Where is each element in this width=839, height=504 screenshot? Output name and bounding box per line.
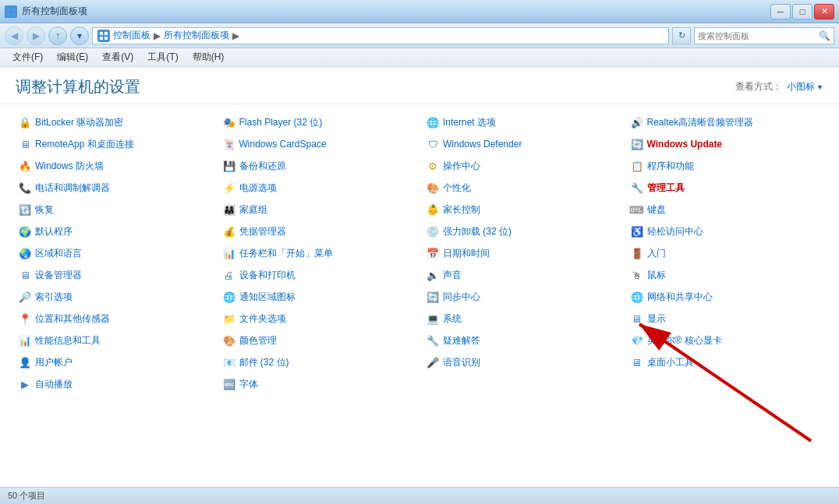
list-item[interactable]: 🎤语音识别	[423, 352, 620, 372]
list-item[interactable]: 🔧管理工具	[628, 178, 824, 198]
window-title: 所有控制面板项	[22, 5, 87, 18]
list-item[interactable]: 🖥设备管理器	[16, 265, 212, 285]
item-icon: ⚡	[223, 182, 235, 194]
list-item[interactable]: 🔒BitLocker 驱动器加密	[16, 112, 212, 132]
list-item[interactable]: 💻系统	[423, 308, 620, 329]
path-allitems[interactable]: 所有控制面板项	[164, 29, 229, 42]
list-item[interactable]: 🎨个性化	[423, 178, 620, 198]
list-item[interactable]: 🛡Windows Defender	[423, 134, 620, 154]
list-item[interactable]: 💎英特尔® 核心显卡	[628, 330, 824, 351]
list-item[interactable]: ▶自动播放	[16, 374, 212, 394]
address-bar: ◀ ▶ ↑ ▾ 控制面板 ▶ 所有控制面板项 ▶ ↻ 🔍	[0, 23, 839, 48]
list-item[interactable]: 📁文件夹选项	[220, 308, 416, 329]
item-label: 恢复	[35, 203, 54, 217]
search-input[interactable]	[698, 31, 819, 41]
item-label: 程序和功能	[647, 160, 694, 173]
item-label: 自动播放	[35, 378, 73, 391]
list-item[interactable]: 🖥显示	[628, 308, 824, 329]
list-item[interactable]: 🎨颜色管理	[220, 330, 416, 351]
list-item[interactable]: 📞电话和调制解调器	[16, 178, 212, 198]
menu-view[interactable]: 查看(V)	[96, 49, 140, 65]
svg-rect-6	[100, 37, 103, 40]
window-controls: ─ □ ✕	[770, 4, 834, 19]
list-item[interactable]: 🖥RemoteApp 和桌面连接	[16, 134, 212, 154]
items-grid: 🔒BitLocker 驱动器加密🎭Flash Player (32 位)🌐Int…	[0, 104, 839, 487]
refresh-button[interactable]: ↻	[672, 27, 691, 44]
maximize-button[interactable]: □	[792, 4, 812, 19]
item-label: 家长控制	[443, 203, 480, 217]
recent-button[interactable]: ▾	[70, 26, 89, 45]
list-item[interactable]: 🌐网络和共享中心	[628, 287, 824, 307]
view-dropdown[interactable]: 小图标 ▼	[787, 80, 823, 93]
list-item[interactable]: 💰凭据管理器	[220, 221, 416, 241]
close-button[interactable]: ✕	[814, 4, 834, 19]
list-item[interactable]: 👤用户帐户	[16, 352, 212, 372]
list-item[interactable]: 📊任务栏和「开始」菜单	[220, 243, 416, 263]
list-item[interactable]: 🌐通知区域图标	[220, 287, 416, 307]
page-title: 调整计算机的设置	[16, 76, 140, 97]
list-item[interactable]: 🔃恢复	[16, 199, 212, 220]
item-label: 管理工具	[647, 182, 685, 195]
list-item[interactable]: 🌏区域和语言	[16, 243, 212, 263]
menu-help[interactable]: 帮助(H)	[186, 49, 231, 65]
list-item[interactable]: 📋程序和功能	[628, 156, 824, 176]
list-item[interactable]: ⚡电源选项	[220, 178, 416, 198]
list-item[interactable]: 🃏Windows CardSpace	[220, 134, 416, 154]
list-item[interactable]: 🌍默认程序	[16, 221, 212, 241]
list-item[interactable]: 📅日期和时间	[423, 243, 620, 263]
view-current: 小图标	[787, 80, 815, 93]
list-item[interactable]: 🔎索引选项	[16, 287, 212, 307]
item-icon: ▶	[19, 378, 31, 390]
status-bar: 50 个项目	[0, 487, 839, 504]
list-item[interactable]: 🔈声音	[423, 265, 620, 285]
minimize-button[interactable]: ─	[770, 4, 791, 19]
back-button[interactable]: ◀	[5, 26, 23, 45]
list-item[interactable]: 🖥桌面小工具	[628, 352, 824, 372]
item-icon: 🖥	[19, 269, 31, 281]
list-item[interactable]: ♿轻松访问中心	[628, 221, 824, 241]
list-item[interactable]: 📊性能信息和工具	[16, 330, 212, 351]
path-controlpanel[interactable]: 控制面板	[113, 29, 150, 42]
up-button[interactable]: ↑	[48, 26, 67, 45]
list-item[interactable]: 📍位置和其他传感器	[16, 308, 212, 329]
item-icon: 🔃	[19, 203, 31, 216]
list-item[interactable]: 🔥Windows 防火墙	[16, 156, 212, 176]
view-options: 查看方式： 小图标 ▼	[735, 80, 823, 93]
list-item[interactable]: 🔊Realtek高清晰音频管理器	[628, 112, 824, 132]
item-icon: 👨‍👩‍👧	[223, 203, 235, 216]
list-item[interactable]: 🔄同步中心	[423, 287, 620, 307]
forward-button[interactable]: ▶	[27, 26, 45, 45]
list-item[interactable]: 🔤字体	[220, 374, 416, 394]
list-item[interactable]: 🖱鼠标	[628, 265, 824, 285]
item-label: 同步中心	[443, 291, 480, 304]
menu-bar: 文件(F) 编辑(E) 查看(V) 工具(T) 帮助(H)	[0, 48, 839, 67]
item-icon: 🔄	[427, 291, 439, 303]
item-icon: 🔧	[427, 334, 439, 347]
item-label: 性能信息和工具	[35, 334, 101, 347]
list-item[interactable]: 🎭Flash Player (32 位)	[220, 112, 416, 132]
item-label: 文件夹选项	[239, 312, 286, 326]
item-icon: 📋	[631, 160, 643, 172]
list-item[interactable]: 💿强力卸载 (32 位)	[423, 221, 620, 241]
list-item[interactable]: 👶家长控制	[423, 199, 620, 220]
item-icon: 🛡	[427, 138, 439, 150]
menu-tools[interactable]: 工具(T)	[141, 49, 184, 65]
item-label: 个性化	[443, 182, 471, 195]
list-item[interactable]: 💾备份和还原	[220, 156, 416, 176]
list-item[interactable]: 🔄Windows Update	[628, 134, 824, 154]
list-item[interactable]: 📧邮件 (32 位)	[220, 352, 416, 372]
item-icon: ⌨	[631, 203, 643, 216]
menu-file[interactable]: 文件(F)	[6, 49, 49, 65]
item-icon: 🔎	[19, 291, 31, 303]
item-label: 颜色管理	[239, 334, 277, 347]
list-item[interactable]: 🖨设备和打印机	[220, 265, 416, 285]
list-item[interactable]: 🚪入门	[628, 243, 824, 263]
chevron-down-icon: ▼	[816, 83, 823, 91]
item-icon: 🖱	[631, 269, 643, 281]
list-item[interactable]: ⌨键盘	[628, 199, 824, 220]
list-item[interactable]: ⚙操作中心	[423, 156, 620, 176]
list-item[interactable]: 👨‍👩‍👧家庭组	[220, 199, 416, 220]
menu-edit[interactable]: 编辑(E)	[51, 49, 94, 65]
list-item[interactable]: 🌐Internet 选项	[423, 112, 620, 132]
list-item[interactable]: 🔧疑难解答	[423, 330, 620, 351]
